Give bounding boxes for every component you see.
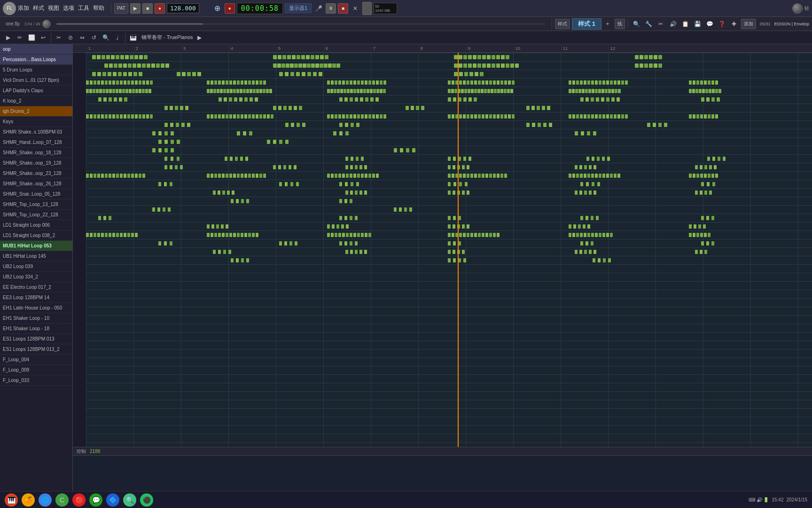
note-block[interactable] xyxy=(481,89,484,93)
note-block[interactable] xyxy=(213,89,216,93)
note-block[interactable] xyxy=(345,131,349,135)
note-block[interactable] xyxy=(250,89,252,93)
list-item[interactable]: EE Electro Loop 017_2 xyxy=(0,282,72,293)
note-block[interactable] xyxy=(515,64,519,68)
note-block[interactable] xyxy=(653,123,656,127)
note-block[interactable] xyxy=(370,89,373,93)
note-block[interactable] xyxy=(465,182,468,186)
note-block[interactable] xyxy=(244,97,248,102)
note-block[interactable] xyxy=(448,165,451,169)
note-block[interactable] xyxy=(689,233,692,237)
note-block[interactable] xyxy=(357,89,359,93)
note-block[interactable] xyxy=(706,241,709,246)
list-item-high-drums[interactable]: igh Drums_2 xyxy=(0,106,72,117)
note-block[interactable] xyxy=(709,165,712,169)
note-block[interactable] xyxy=(700,114,703,119)
note-block[interactable] xyxy=(493,114,496,119)
note-block[interactable] xyxy=(596,216,599,220)
note-block[interactable] xyxy=(142,64,146,68)
note-block[interactable] xyxy=(248,114,251,119)
note-block[interactable] xyxy=(94,114,96,119)
note-block[interactable] xyxy=(161,64,164,68)
master-knob[interactable] xyxy=(792,3,803,14)
note-block[interactable] xyxy=(109,114,111,119)
note-block[interactable] xyxy=(109,64,113,68)
note-block[interactable] xyxy=(249,131,252,135)
note-block[interactable] xyxy=(715,80,718,85)
note-block[interactable] xyxy=(226,89,229,93)
note-block[interactable] xyxy=(463,64,467,68)
note-block[interactable] xyxy=(273,140,276,144)
note-block[interactable] xyxy=(586,182,589,186)
note-block[interactable] xyxy=(576,114,579,119)
note-block[interactable] xyxy=(101,174,104,178)
note-block[interactable] xyxy=(452,80,454,85)
note-block[interactable] xyxy=(504,80,507,85)
note-block[interactable] xyxy=(575,190,578,195)
note-block[interactable] xyxy=(106,89,109,93)
note-block[interactable] xyxy=(625,80,628,85)
note-block[interactable] xyxy=(586,241,588,246)
note-block[interactable] xyxy=(256,89,259,93)
note-block[interactable] xyxy=(243,89,246,93)
note-block[interactable] xyxy=(86,233,89,237)
list-item[interactable]: F_Loop_010 xyxy=(0,375,72,386)
note-block[interactable] xyxy=(606,80,609,85)
list-item[interactable]: SHMR_Shake..oop_23_128 xyxy=(0,168,72,179)
note-block[interactable] xyxy=(350,114,352,119)
note-block[interactable] xyxy=(591,80,594,85)
note-block[interactable] xyxy=(468,55,472,59)
note-block[interactable] xyxy=(404,207,407,212)
note-block[interactable] xyxy=(273,106,276,110)
note-block[interactable] xyxy=(454,72,458,76)
note-block[interactable] xyxy=(607,157,610,161)
note-block[interactable] xyxy=(332,224,335,229)
note-block[interactable] xyxy=(485,174,488,178)
note-block[interactable] xyxy=(696,114,699,119)
note-block[interactable] xyxy=(97,114,100,119)
note-block[interactable] xyxy=(400,148,403,152)
note-block[interactable] xyxy=(279,140,282,144)
note-block[interactable] xyxy=(104,64,108,68)
note-block[interactable] xyxy=(171,131,174,135)
note-block[interactable] xyxy=(606,233,609,237)
note-block[interactable] xyxy=(271,114,273,119)
note-block[interactable] xyxy=(279,182,282,186)
note-block[interactable] xyxy=(463,55,467,59)
note-block[interactable] xyxy=(611,89,614,93)
note-block[interactable] xyxy=(94,174,96,178)
note-block[interactable] xyxy=(608,89,611,93)
note-block[interactable] xyxy=(119,97,122,102)
note-block[interactable] xyxy=(700,165,703,169)
note-block[interactable] xyxy=(494,89,497,93)
note-block[interactable] xyxy=(580,182,583,186)
note-block[interactable] xyxy=(263,89,265,93)
velocity-area[interactable] xyxy=(73,456,812,494)
note-block[interactable] xyxy=(335,114,337,119)
note-block[interactable] xyxy=(482,233,484,237)
note-block[interactable] xyxy=(109,97,112,102)
note-block[interactable] xyxy=(237,114,240,119)
note-block[interactable] xyxy=(625,114,628,119)
note-block[interactable] xyxy=(485,114,488,119)
list-item[interactable]: F_Loop_009 xyxy=(0,365,72,375)
note-block[interactable] xyxy=(542,106,545,110)
note-block[interactable] xyxy=(345,165,348,169)
note-block[interactable] xyxy=(101,114,104,119)
note-block[interactable] xyxy=(214,233,217,237)
note-block[interactable] xyxy=(298,64,302,68)
note-block[interactable] xyxy=(350,216,352,220)
note-block[interactable] xyxy=(644,55,648,59)
note-block[interactable] xyxy=(342,174,345,178)
note-block[interactable] xyxy=(127,114,130,119)
note-block[interactable] xyxy=(586,216,588,220)
note-block[interactable] xyxy=(363,89,366,93)
tool8-icon[interactable]: ❓ xyxy=(717,19,727,29)
note-block[interactable] xyxy=(319,72,322,76)
note-block[interactable] xyxy=(359,165,362,169)
scissors-icon[interactable]: ✂ xyxy=(54,32,64,43)
list-item[interactable]: EH1 Shaker Loop - 10 xyxy=(0,313,72,324)
note-block[interactable] xyxy=(331,174,334,178)
note-block[interactable] xyxy=(698,224,701,229)
note-block[interactable] xyxy=(335,174,337,178)
